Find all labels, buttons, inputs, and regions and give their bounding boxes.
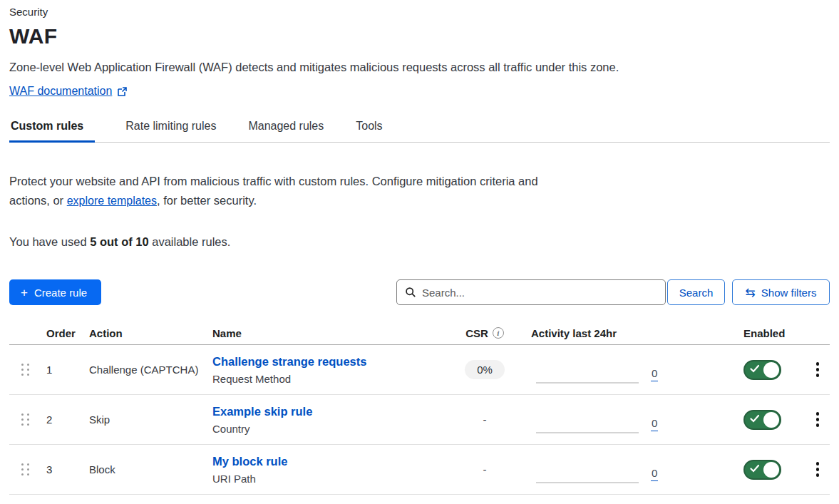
external-link-icon xyxy=(117,86,128,97)
plus-icon: + xyxy=(21,287,28,299)
enabled-toggle[interactable] xyxy=(743,360,781,380)
rule-field: Country xyxy=(212,423,449,435)
breadcrumb: Security xyxy=(9,6,830,18)
search-icon xyxy=(405,287,416,298)
activity-sparkline xyxy=(536,482,639,484)
check-icon xyxy=(750,414,760,423)
csr-value: - xyxy=(483,413,487,426)
rule-menu-cell xyxy=(801,409,830,430)
create-rule-button[interactable]: + Create rule xyxy=(9,279,101,305)
header-order: Order xyxy=(46,327,89,339)
drag-handle-icon[interactable] xyxy=(21,364,46,376)
usage-prefix: You have used xyxy=(9,235,90,248)
rule-name-link[interactable]: Example skip rule xyxy=(212,405,312,418)
rule-csr-cell: - xyxy=(449,463,520,475)
rule-enabled-cell xyxy=(713,460,801,480)
activity-sparkline xyxy=(536,382,639,384)
tab-bar: Custom rules Rate limiting rules Managed… xyxy=(9,120,830,143)
swap-arrows-icon: ⇆ xyxy=(746,287,756,299)
tab-rate-limiting-rules[interactable]: Rate limiting rules xyxy=(124,120,217,142)
rule-name-cell: Challenge strange requests Request Metho… xyxy=(212,355,449,385)
rule-field: URI Path xyxy=(212,473,449,485)
activity-sparkline xyxy=(536,432,639,434)
search-input[interactable] xyxy=(422,287,658,299)
header-activity: Activity last 24hr xyxy=(520,327,713,339)
activity-count-link[interactable]: 0 xyxy=(651,468,658,481)
activity-count-link[interactable]: 0 xyxy=(651,418,658,431)
search-button[interactable]: Search xyxy=(667,279,725,305)
toggle-knob xyxy=(763,462,779,478)
kebab-menu-icon[interactable] xyxy=(805,359,830,380)
page-title: WAF xyxy=(9,24,830,48)
explore-templates-link[interactable]: explore templates xyxy=(67,195,157,207)
rule-name-link[interactable]: Challenge strange requests xyxy=(212,355,366,369)
activity-count-link[interactable]: 0 xyxy=(651,368,658,381)
rule-enabled-cell xyxy=(713,410,801,430)
table-row: 1 Challenge (CAPTCHA) Challenge strange … xyxy=(9,345,830,395)
toolbar: + Create rule Search ⇆ Show filters xyxy=(9,279,830,305)
rule-csr-cell: 0% xyxy=(449,360,520,379)
show-filters-button[interactable]: ⇆ Show filters xyxy=(732,279,830,305)
rule-activity-cell: 0 xyxy=(520,395,713,444)
intro-text: Protect your website and API from malici… xyxy=(9,172,545,210)
header-enabled: Enabled xyxy=(713,327,801,339)
enabled-toggle[interactable] xyxy=(743,410,781,430)
waf-page: Security WAF Zone-level Web Application … xyxy=(0,0,839,495)
rule-menu-cell xyxy=(801,459,830,480)
tab-custom-rules[interactable]: Custom rules xyxy=(9,120,95,142)
header-csr-label: CSR xyxy=(465,327,488,339)
rule-name-cell: My block rule URI Path xyxy=(212,455,449,485)
tab-tools[interactable]: Tools xyxy=(354,120,384,142)
header-csr: CSR i xyxy=(449,327,520,339)
rule-name-link[interactable]: My block rule xyxy=(212,455,287,468)
rule-enabled-cell xyxy=(713,360,801,380)
table-row: 2 Skip Example skip rule Country - 0 xyxy=(9,395,830,445)
show-filters-label: Show filters xyxy=(761,287,817,299)
rule-menu-cell xyxy=(801,359,830,380)
row-cell-handle xyxy=(9,463,46,475)
csr-value: - xyxy=(483,463,487,475)
rule-action: Challenge (CAPTCHA) xyxy=(89,361,212,379)
page-description: Zone-level Web Application Firewall (WAF… xyxy=(9,61,830,74)
rule-order: 3 xyxy=(46,463,89,475)
row-cell-handle xyxy=(9,413,46,426)
info-icon[interactable]: i xyxy=(493,327,504,339)
check-icon xyxy=(750,464,760,473)
drag-handle-icon[interactable] xyxy=(21,463,46,475)
kebab-menu-icon[interactable] xyxy=(805,459,830,480)
create-rule-label: Create rule xyxy=(34,287,87,299)
row-cell-handle xyxy=(9,364,46,376)
rule-activity-cell: 0 xyxy=(520,345,713,394)
tab-managed-rules[interactable]: Managed rules xyxy=(247,120,325,142)
usage-suffix: available rules. xyxy=(149,235,231,248)
enabled-toggle[interactable] xyxy=(743,460,781,480)
table-header: Order Action Name CSR i Activity last 24… xyxy=(9,322,830,345)
toolbar-right: Search ⇆ Show filters xyxy=(396,279,830,305)
header-action: Action xyxy=(89,327,212,339)
rules-table: Order Action Name CSR i Activity last 24… xyxy=(9,322,830,495)
doc-link-row: WAF documentation xyxy=(9,85,830,98)
usage-count: 5 out of 10 xyxy=(90,235,149,248)
intro-text-after: , for better security. xyxy=(157,194,257,207)
rule-order: 2 xyxy=(46,413,89,426)
drag-handle-icon[interactable] xyxy=(21,413,46,426)
waf-documentation-link[interactable]: WAF documentation xyxy=(9,85,112,98)
rule-field: Request Method xyxy=(212,373,449,385)
rule-activity-cell: 0 xyxy=(520,445,713,494)
csr-badge: 0% xyxy=(465,360,505,379)
rule-csr-cell: - xyxy=(449,413,520,426)
toggle-knob xyxy=(763,412,779,428)
rule-order: 1 xyxy=(46,364,89,376)
kebab-menu-icon[interactable] xyxy=(805,409,830,430)
toggle-knob xyxy=(763,362,779,378)
check-icon xyxy=(750,364,760,373)
search-box xyxy=(396,279,666,305)
usage-summary: You have used 5 out of 10 available rule… xyxy=(9,235,830,249)
table-row: 3 Block My block rule URI Path - 0 xyxy=(9,445,830,495)
rule-action: Block xyxy=(89,461,212,479)
header-name: Name xyxy=(212,327,449,339)
rule-action: Skip xyxy=(89,411,212,429)
rule-name-cell: Example skip rule Country xyxy=(212,405,449,435)
